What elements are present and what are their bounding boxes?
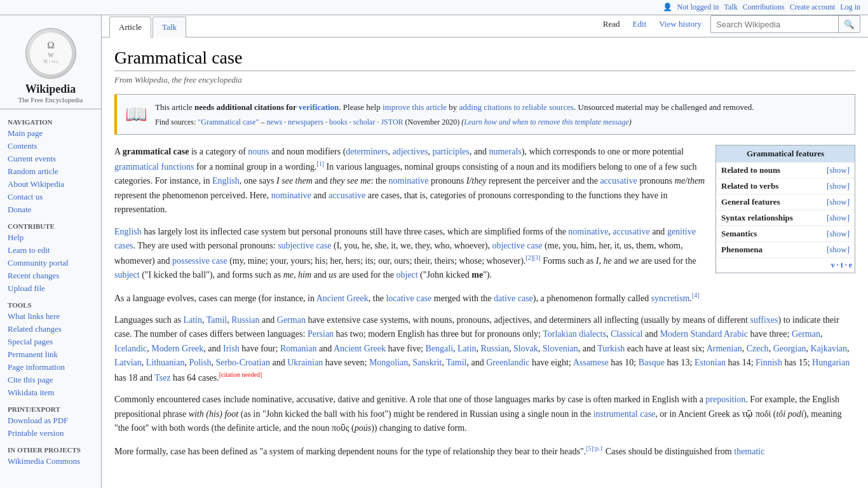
russian-link[interactable]: Russian <box>231 315 259 325</box>
instrumental-case-link[interactable]: instrumental case <box>593 409 656 419</box>
locative-case-link[interactable]: locative case <box>386 293 431 302</box>
serbo-croatian-link[interactable]: Serbo-Croatian <box>215 358 270 367</box>
modern-greek-link[interactable]: Modern Greek <box>151 344 203 353</box>
sidebar-item-wikidata-item[interactable]: Wikidata item <box>0 386 101 399</box>
subject-link[interactable]: subject <box>114 270 140 280</box>
tab-edit[interactable]: Edit <box>627 15 653 33</box>
ancient-greek-link[interactable]: Ancient Greek <box>316 293 369 302</box>
related-verbs-show[interactable]: [show] <box>815 179 855 194</box>
english-link2[interactable]: English <box>114 227 142 236</box>
english-link[interactable]: English <box>212 176 240 186</box>
jstor-link[interactable]: JSTOR <box>381 118 403 126</box>
slovenian-link[interactable]: Slovenian <box>543 344 578 353</box>
numerals-link[interactable]: numerals <box>489 147 521 156</box>
hungarian-link[interactable]: Hungarian <box>812 358 850 367</box>
irish-link[interactable]: Irish <box>223 344 240 353</box>
contributions-link[interactable]: Contributions <box>743 3 785 12</box>
sidebar-item-upload-file[interactable]: Upload file <box>0 282 101 295</box>
newspapers-link[interactable]: newspapers <box>288 118 323 126</box>
subjective-case-link[interactable]: subjective case <box>278 241 331 250</box>
log-in-link[interactable]: Log in <box>840 3 860 12</box>
sidebar-item-wikimedia-commons[interactable]: Wikimedia Commons <box>0 455 101 468</box>
related-nouns-show[interactable]: [show] <box>815 163 855 179</box>
grammatical-case-source-link[interactable]: "Grammatical case" <box>198 118 259 126</box>
tab-read[interactable]: Read <box>597 15 627 33</box>
accusative-link[interactable]: accusative <box>600 176 637 186</box>
adjectives-link[interactable]: adjectives <box>392 147 428 156</box>
books-link[interactable]: books <box>329 118 348 126</box>
scholar-link[interactable]: scholar <box>353 118 376 126</box>
bengali-link[interactable]: Bengali <box>426 344 454 353</box>
sidebar-item-current-events[interactable]: Current events <box>0 152 101 165</box>
modern-standard-arabic-link[interactable]: Modern Standard Arabic <box>660 329 748 339</box>
finnish-link[interactable]: Finnish <box>756 358 782 367</box>
sidebar-item-permanent-link[interactable]: Permanent link <box>0 348 101 361</box>
tamil-link2[interactable]: Tamil <box>446 358 466 367</box>
estonian-link[interactable]: Estonian <box>695 358 726 367</box>
sidebar-item-about-wikipedia[interactable]: About Wikipedia <box>0 178 101 191</box>
learn-template-link[interactable]: Learn how and when to remove this templa… <box>464 118 629 126</box>
grammatical-functions-link[interactable]: grammatical functions <box>114 162 194 172</box>
persian-link[interactable]: Persian <box>308 329 334 339</box>
sidebar-item-contents[interactable]: Contents <box>0 140 101 152</box>
search-button[interactable]: 🔍 <box>838 16 860 32</box>
czech-link[interactable]: Czech <box>747 344 769 353</box>
sidebar-item-learn-to-edit[interactable]: Learn to edit <box>0 244 101 257</box>
greenlandic-link[interactable]: Greenlandic <box>486 358 529 367</box>
latin-link[interactable]: Latin <box>183 315 202 325</box>
sanskrit-link[interactable]: Sanskrit <box>412 358 442 367</box>
russian-link2[interactable]: Russian <box>481 344 509 353</box>
sidebar-item-related-changes[interactable]: Related changes <box>0 323 101 336</box>
adding-citations-link[interactable]: adding citations to reliable sources <box>459 102 574 112</box>
kajkavian-link[interactable]: Kajkavian <box>810 344 847 353</box>
syntax-relationships-show[interactable]: [show] <box>815 210 855 226</box>
classical-link[interactable]: Classical <box>611 329 643 339</box>
vte-e-link[interactable]: e <box>849 261 852 269</box>
talk-link[interactable]: Talk <box>724 3 738 12</box>
tab-view-history[interactable]: View history <box>653 15 708 33</box>
tab-talk[interactable]: Talk <box>153 17 186 37</box>
mongolian-link[interactable]: Mongolian <box>369 358 408 367</box>
ancient-greek-link2[interactable]: Ancient Greek <box>334 344 386 353</box>
sidebar-item-help[interactable]: Help <box>0 231 101 244</box>
nominative-link[interactable]: nominative <box>389 176 429 186</box>
latvian-link[interactable]: Latvian <box>114 358 142 367</box>
basque-link[interactable]: Basque <box>639 358 665 367</box>
genitive-cases-link[interactable]: genitive cases <box>114 227 696 250</box>
latin-link2[interactable]: Latin <box>458 344 477 353</box>
torlakian-link[interactable]: Torlakian dialects <box>543 329 606 339</box>
assamese-link[interactable]: Assamese <box>573 358 609 367</box>
polish-link[interactable]: Polish <box>189 358 211 367</box>
news-link[interactable]: news <box>266 118 282 126</box>
icelandic-link[interactable]: Icelandic <box>114 344 147 353</box>
sidebar-item-printable-version[interactable]: Printable version <box>0 427 101 440</box>
tsez-link[interactable]: Tsez <box>154 373 170 383</box>
create-account-link[interactable]: Create account <box>790 3 836 12</box>
lithuanian-link[interactable]: Lithuanian <box>146 358 185 367</box>
verification-link[interactable]: verification <box>299 102 339 112</box>
objective-case-link[interactable]: objective case <box>492 241 542 250</box>
possessive-case-link[interactable]: possessive case <box>172 256 227 266</box>
accusative-link2[interactable]: accusative <box>329 191 365 200</box>
romanian-link[interactable]: Romanian <box>280 344 317 353</box>
sidebar-item-community-portal[interactable]: Community portal <box>0 257 101 269</box>
phenomena-show[interactable]: [show] <box>815 242 855 258</box>
nominative-link2[interactable]: nominative <box>271 191 311 200</box>
sidebar-item-random-article[interactable]: Random article <box>0 165 101 178</box>
semantics-show[interactable]: [show] <box>815 226 855 242</box>
vte-v-link[interactable]: v <box>831 261 835 269</box>
improve-article-link[interactable]: improve this article <box>383 102 447 112</box>
nouns-link[interactable]: nouns <box>248 147 269 156</box>
sidebar-item-download-pdf[interactable]: Download as PDF <box>0 414 101 427</box>
sidebar-item-cite-this-page[interactable]: Cite this page <box>0 374 101 386</box>
ukrainian-link[interactable]: Ukrainian <box>287 358 323 367</box>
determiners-link[interactable]: determiners <box>346 147 388 156</box>
participles-link[interactable]: participles <box>432 147 469 156</box>
sidebar-item-special-pages[interactable]: Special pages <box>0 336 101 348</box>
slovak-link[interactable]: Slovak <box>513 344 538 353</box>
search-input[interactable] <box>711 17 838 32</box>
accusative-link3[interactable]: accusative <box>613 227 649 236</box>
georgian-link[interactable]: Georgian <box>773 344 806 353</box>
thematic-link[interactable]: thematic <box>734 446 764 456</box>
tamil-link[interactable]: Tamil <box>207 315 227 325</box>
